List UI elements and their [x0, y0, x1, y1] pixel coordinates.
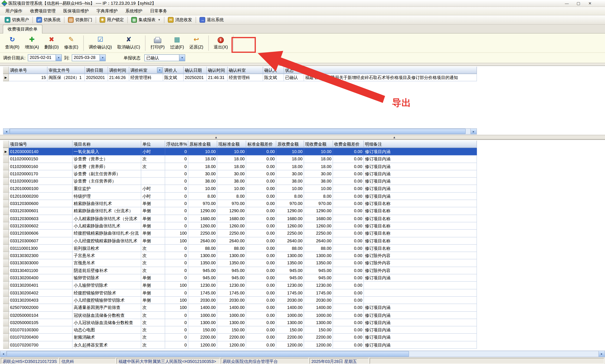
tab-price-adjust-sheet[interactable]: 收费项目调价单 — [3, 25, 42, 34]
action-query-button[interactable]: ↻查询(R) — [2, 35, 22, 51]
action-print-button[interactable]: 打印(P) — [148, 35, 167, 51]
toolbar-switch-user-button[interactable]: ☻切换用户 — [2, 16, 31, 24]
header-cell[interactable]: 现收费金额 — [304, 141, 333, 148]
header-cell[interactable]: 原标准金额 — [188, 141, 217, 148]
table-row[interactable]: 625070002000高通量基因测序产前筛查次1001400.001400.0… — [3, 304, 477, 312]
header-cell[interactable]: 确认时间 — [207, 67, 227, 74]
header-cell[interactable]: 调价日期 — [85, 67, 108, 74]
table-row[interactable]: 033130200402经腹腔镜输卵管切除术单侧01745.001745.000… — [3, 289, 477, 297]
toolbar-integrated-report-button[interactable]: ▦集成报表▼ — [129, 16, 163, 24]
action-restore-button[interactable]: ↩还原(Z) — [187, 35, 206, 51]
header-cell[interactable]: 调价人 — [163, 67, 184, 74]
menu-item-5[interactable]: 日常事务 — [146, 7, 171, 15]
table-row[interactable]: 033130200401小儿输卵管切除术单侧1001230.001230.000… — [3, 282, 477, 289]
table-row[interactable]: 011020000180诊查费（主任营养师）038.0038.000.0038.… — [3, 178, 477, 185]
table-row[interactable]: 033130200403小儿经腹腔镜输卵管切除术单侧1002030.002030… — [3, 297, 477, 304]
table-row[interactable]: 031110001300前列腺活检术次088.0088.000.0088.008… — [3, 245, 477, 252]
scroll-left-icon[interactable]: ◂ — [0, 351, 7, 357]
cell: 0.00 — [246, 297, 276, 304]
collapse-up-icon[interactable]: ▲ — [214, 135, 217, 139]
table-row[interactable]: ▶012030000140一氧化氮吸入小时010.0010.000.0010.0… — [3, 148, 477, 156]
action-add-button[interactable]: ✚增加(A) — [22, 35, 41, 51]
table-row[interactable]: 011020000170诊查费（副主任营养师）030.0030.000.0030… — [3, 170, 477, 178]
scrollbar-thumb[interactable] — [7, 351, 409, 357]
table-row[interactable]: 033130200400输卵管切除术单侧0945.00945.000.00945… — [3, 274, 477, 282]
table-row[interactable]: 012010000200特级护理小时08.008.000.008.008.000… — [3, 193, 477, 200]
header-cell[interactable]: 原收费金额 — [276, 141, 304, 148]
menu-item-0[interactable]: 用户操作 — [1, 7, 26, 15]
scroll-right-icon[interactable]: ▸ — [598, 351, 605, 357]
date-to-picker[interactable]: 2025-03-28 ▼ — [72, 54, 106, 61]
toolbar-switch-system-button[interactable]: ⇄切换系统 — [34, 16, 63, 24]
scrollbar-track[interactable] — [7, 351, 599, 357]
minimize-button[interactable]: — — [564, 1, 569, 5]
status-filter-select[interactable]: 已确认 ▼ — [144, 54, 185, 61]
table-row[interactable]: 031070100300动态心电图次0150.00150.000.00150.0… — [3, 326, 477, 334]
menu-item-1[interactable]: 收费项目管理 — [26, 7, 59, 15]
column-filter-dropdown-icon[interactable]: ▼ — [157, 67, 163, 73]
header-cell[interactable]: 审批文件号 — [47, 67, 85, 74]
toolbar-switch-department-button[interactable]: ▤切换部门 — [66, 16, 95, 24]
orders-hscrollbar[interactable]: ◂ ▸ — [3, 128, 477, 134]
header-cell[interactable]: 状态 — [284, 67, 304, 74]
maximize-button[interactable]: ▢ — [576, 1, 581, 5]
header-cell[interactable]: 调价单号 — [9, 67, 47, 74]
menu-item-2[interactable]: 医保项目维护 — [59, 7, 93, 15]
scroll-right-icon[interactable]: ▸ — [470, 129, 477, 134]
pane-splitter[interactable]: ▲ ▲ — [0, 135, 605, 140]
action-confirm-button[interactable]: ☑调价确认(Q) — [86, 35, 114, 51]
action-edit-button[interactable]: ✎修改(E) — [61, 35, 81, 51]
toolbar-exit-system-button[interactable]: →退出系统 — [197, 16, 226, 24]
table-row[interactable]: 033120300606经腹腔镜精索静脉曲张结扎术-分流单侧1002250.00… — [3, 230, 477, 237]
header-cell[interactable]: 确认人 — [263, 67, 284, 74]
table-row[interactable]: 033120300601精索静脉曲张结扎术（分流术）单侧01290.001290… — [3, 208, 477, 215]
cell: 945.00 — [276, 267, 304, 274]
header-cell[interactable]: 浮动比率% — [165, 141, 188, 148]
table-row[interactable]: ▶15闽医保（2024）12025020121:46:26经营管理科陈文斌202… — [3, 74, 477, 81]
header-cell[interactable]: 确认日期 — [184, 67, 207, 74]
header-cell[interactable]: 标准金额差价 — [246, 141, 276, 148]
table-row[interactable]: 033130401100阴道前后壁修补术次0945.00945.000.0094… — [3, 267, 477, 274]
table-row[interactable]: 033130303000宫颈悬吊术次01350.001350.000.00135… — [3, 260, 477, 267]
scroll-left-icon[interactable]: ◂ — [3, 129, 10, 134]
table-row[interactable]: 033120300603小儿精索静脉曲张结扎术（分流术单侧01680.00168… — [3, 215, 477, 222]
table-row[interactable]: 032050000105小儿冠状动脉血流储备分数检查次01300.001300.… — [3, 319, 477, 326]
header-cell[interactable]: 调价时间 — [108, 67, 129, 74]
header-cell[interactable]: 明细备注 — [364, 141, 477, 148]
date-from-picker[interactable]: 2025-02-01 ▼ — [28, 54, 62, 61]
header-cell[interactable]: 项目编号 — [9, 141, 73, 148]
menu-item-4[interactable]: 系统维护 — [122, 7, 146, 15]
header-cell[interactable]: 收费金额差价 — [333, 141, 364, 148]
header-cell[interactable]: 单位 — [141, 141, 165, 148]
table-row[interactable]: 033130302300子宫悬吊术次01300.001300.000.00130… — [3, 252, 477, 260]
table-row[interactable]: 031070200400射频消融术次02200.002200.000.00220… — [3, 334, 477, 341]
close-button[interactable]: ✕ — [587, 1, 593, 5]
menu-item-3[interactable]: 字典库维护 — [93, 7, 122, 15]
table-row[interactable]: 011020000160诊查费（营养师）次018.0018.000.0018.0… — [3, 163, 477, 170]
scrollbar-track[interactable] — [10, 129, 470, 134]
table-row[interactable]: 031070200700永久起搏器安置术次01200.001200.000.00… — [3, 341, 477, 349]
header-cell[interactable]: 调价科室▼ — [129, 67, 163, 74]
action-exit-button[interactable]: 退出(X) — [211, 35, 231, 51]
collapse-up-icon[interactable]: ▲ — [393, 135, 396, 139]
header-cell[interactable] — [304, 67, 477, 74]
table-row[interactable]: 033120300602小儿精索静脉曲张结扎术单侧01260.001260.00… — [3, 222, 477, 230]
table-row[interactable]: 012010000100重症监护小时010.0010.000.0010.0010… — [3, 185, 477, 193]
header-cell[interactable]: 现标准金额 — [217, 141, 246, 148]
toolbar-message-button[interactable]: ✉消息收发 — [165, 16, 194, 24]
table-row[interactable]: 033120300600精索静脉曲张结扎术单侧0970.00970.000.00… — [3, 200, 477, 208]
chevron-down-icon[interactable]: ▼ — [100, 55, 105, 61]
action-filter-button[interactable]: ▦过滤(F) — [167, 35, 187, 51]
action-cancel-confirm-button[interactable]: ✘取消确认(C) — [115, 35, 143, 51]
toolbar-user-lock-button[interactable]: ✱用户锁定 — [97, 16, 126, 24]
table-row[interactable]: 033120300607小儿经腹腔镜精索静脉曲张结扎术单侧1002640.002… — [3, 237, 477, 245]
chevron-down-icon[interactable]: ▼ — [55, 55, 61, 61]
items-hscrollbar[interactable]: ◂ ▸ — [0, 351, 605, 357]
header-cell[interactable]: 确认科室 — [228, 67, 263, 74]
table-row[interactable]: 032050000104冠状动脉血流储备分数检查次01000.001000.00… — [3, 312, 477, 319]
table-row[interactable]: 011020000150诊查费（营养士）次018.0018.000.0018.0… — [3, 156, 477, 163]
action-delete-button[interactable]: ✖删除(D) — [42, 35, 62, 51]
chevron-down-icon[interactable]: ▼ — [179, 55, 185, 61]
header-cell[interactable]: 项目名称 — [72, 141, 141, 148]
scrollbar-thumb[interactable] — [10, 129, 466, 134]
